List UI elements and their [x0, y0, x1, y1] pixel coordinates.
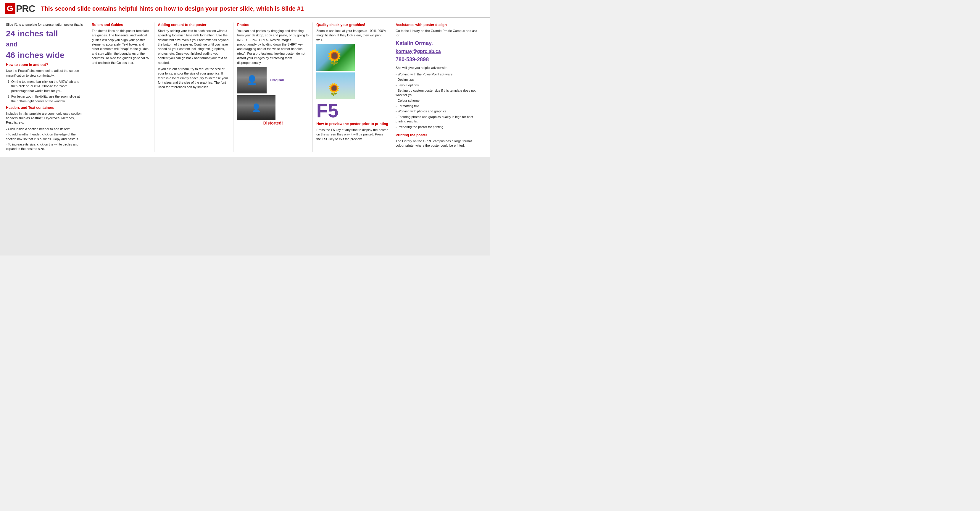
photos-images: 👤 Original 👤 Distorted!	[237, 67, 309, 126]
zoom-steps: On the top menu bar click on the VIEW ta…	[6, 79, 84, 103]
header-bullet-3: To increase its size, click on the white…	[6, 142, 84, 151]
assistance-text2: She will give you helpful advice with	[396, 66, 480, 70]
and-text: and	[6, 40, 84, 49]
bullet-4: Setting up custom poster size if this te…	[396, 89, 480, 98]
preview-text: Press the F5 key at any time to display …	[316, 128, 388, 141]
col-quality: Quality check your graphics! Zoom in and…	[313, 22, 392, 152]
header-bullet-2: To add another header, click on the edge…	[6, 132, 84, 141]
logo-box: G	[5, 3, 15, 14]
bullet-5: Colour scheme	[396, 98, 480, 103]
headers-text: Included in this template are commonly u…	[6, 111, 84, 125]
adding-text1: Start by adding your text to each sectio…	[158, 29, 230, 65]
contact-phone: 780-539-2898	[396, 56, 480, 63]
bullet-9: Preparing the poster for printing.	[396, 125, 480, 129]
headers-bullets: Click inside a section header to add its…	[6, 127, 84, 151]
header-bullet-1: Click inside a section header to add its…	[6, 127, 84, 131]
bullet-1: Working with the PowerPoint software	[396, 72, 480, 76]
logo: G PRC	[5, 3, 35, 14]
bullet-6: Formatting text	[396, 104, 480, 108]
logo-text: PRC	[16, 3, 35, 14]
intro-text: Slide #1 is a template for a presentatio…	[6, 22, 84, 27]
quality-text: Zoom in and look at your images at 100%-…	[316, 29, 388, 42]
original-label: Original	[270, 78, 284, 83]
zoom-text: Use the PowerPoint zoom tool to adjust t…	[6, 68, 84, 78]
rulers-title: Rulers and Guides	[92, 22, 151, 27]
col-adding: Adding content to the poster Start by ad…	[154, 22, 234, 152]
quality-title: Quality check your graphics!	[316, 22, 388, 27]
col-assistance: Assistance with poster design Go to the …	[392, 22, 484, 152]
printing-text: The Library on the GPRC campus has a lar…	[396, 139, 480, 148]
bullet-7: Working with photos and graphics	[396, 109, 480, 114]
bullet-3: Layout options	[396, 83, 480, 87]
col-photos: Photos You can add photos by dragging an…	[234, 22, 313, 152]
adding-text2: If you run out of room, try to reduce th…	[158, 67, 230, 90]
printing-title: Printing the poster	[396, 133, 480, 138]
sunflower-photo-2	[316, 73, 355, 99]
col-intro: Slide #1 is a template for a presentatio…	[6, 22, 88, 152]
f5-key: F5	[316, 102, 388, 121]
sunflower-photo-1	[316, 44, 355, 71]
col-rulers: Rulers and Guides The dotted lines on th…	[88, 22, 154, 152]
assistance-title: Assistance with poster design	[396, 22, 480, 27]
sunflowers	[316, 44, 388, 99]
zoom-title: How to zoom in and out?	[6, 62, 84, 67]
contact-name: Katalin Ormay.	[396, 40, 480, 47]
rulers-text: The dotted lines on this poster template…	[92, 29, 151, 65]
bullet-2: Design tips	[396, 78, 480, 82]
distorted-row: 👤 Distorted!	[237, 95, 309, 126]
bullet-8: Ensuring photos and graphics quality is …	[396, 115, 480, 124]
person-photo-distorted: 👤	[237, 95, 275, 121]
tall-text: 24 inches tall	[6, 29, 84, 39]
adding-title: Adding content to the poster	[158, 22, 230, 27]
page: G PRC This second slide contains helpful…	[0, 0, 490, 256]
person-photo-original: 👤	[237, 67, 267, 94]
logo-g: G	[7, 4, 13, 13]
content-area: Slide #1 is a template for a presentatio…	[0, 18, 490, 157]
header-title: This second slide contains helpful hints…	[41, 5, 485, 12]
headers-title: Headers and Text containers	[6, 105, 84, 110]
assistance-text1: Go to the Library on the Grande Prairie …	[396, 29, 480, 38]
wide-text: 46 inches wide	[6, 50, 84, 60]
zoom-step-2: For better zoom flexibility, use the zoo…	[11, 94, 84, 103]
photos-title: Photos	[237, 22, 309, 27]
header: G PRC This second slide contains helpful…	[0, 0, 490, 18]
contact-email[interactable]: kormay@gprc.ab.ca	[396, 48, 480, 55]
assistance-bullets: Working with the PowerPoint software Des…	[396, 72, 480, 129]
zoom-step-1: On the top menu bar click on the VIEW ta…	[11, 79, 84, 93]
original-row: 👤 Original	[237, 67, 309, 94]
distorted-label: Distorted!	[237, 121, 309, 126]
preview-title: How to preview the poster prior to print…	[316, 122, 388, 127]
photos-text: You can add photos by dragging and dropp…	[237, 29, 309, 65]
